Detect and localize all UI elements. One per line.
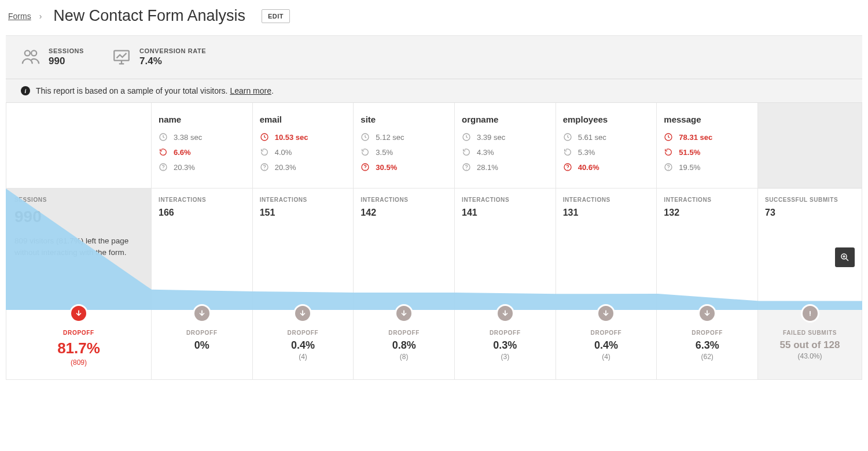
chevron-right-icon: ›: [39, 12, 42, 21]
field-name: employees: [563, 114, 650, 124]
interactions-value: 131: [563, 208, 650, 218]
arrow-down-icon: [395, 304, 413, 323]
notice-bar: i This report is based on a sample of yo…: [6, 79, 862, 102]
clock-icon: [159, 132, 168, 142]
failed-main: 55 out of 128: [763, 339, 857, 351]
submits-value: 73: [765, 208, 855, 218]
alert-icon: [801, 304, 819, 323]
dropoff-pct: 0.8%: [358, 339, 450, 352]
help-icon: [361, 162, 370, 172]
interactions-value: 166: [159, 208, 245, 218]
header-end-cell: [758, 103, 862, 188]
failed-sub: (43.0%): [763, 352, 857, 360]
svg-point-11: [365, 169, 366, 169]
dropoff-cell-employees: DROPOFF0.4%(4): [556, 310, 657, 380]
interactions-label: INTERACTIONS: [159, 197, 245, 203]
arrow-down-icon: [293, 304, 312, 323]
session-dropoff-pct: 81.7%: [11, 339, 146, 357]
session-dropoff-cell: DROPOFF 81.7% (809): [6, 310, 152, 380]
svg-line-22: [846, 258, 848, 261]
dropoff-cell-message: DROPOFF6.3%(62): [657, 310, 758, 380]
interactions-cell-site: INTERACTIONS142: [354, 188, 455, 310]
dropoff-label: DROPOFF: [258, 330, 349, 336]
arrow-down-icon: [193, 304, 211, 323]
help-icon: [563, 162, 572, 172]
field-name: name: [159, 114, 245, 124]
field-name: email: [260, 114, 347, 124]
interactions-cell-orgname: INTERACTIONS141: [455, 188, 556, 310]
failed-label: FAILED SUBMITS: [763, 330, 857, 336]
help-value: 40.6%: [578, 163, 599, 172]
submits-cell: SUCCESSFUL SUBMITS 73: [758, 188, 862, 310]
sessions-cell-value: 990: [14, 208, 143, 226]
interactions-label: INTERACTIONS: [563, 197, 650, 203]
sessions-icon: [21, 47, 41, 67]
dropoff-label: DROPOFF: [459, 330, 551, 336]
clock-icon: [563, 132, 572, 142]
redo-icon: [159, 147, 168, 157]
redo-value: 3.5%: [376, 148, 393, 157]
redo-icon: [563, 147, 572, 157]
time-value: 10.53 sec: [275, 133, 308, 142]
failed-submits-cell: FAILED SUBMITS 55 out of 128 (43.0%): [758, 310, 862, 380]
interactions-value: 132: [664, 208, 751, 218]
edit-button[interactable]: EDIT: [262, 9, 290, 23]
dropoff-label: DROPOFF: [561, 330, 652, 336]
conversion-icon: [112, 47, 131, 67]
dropoff-pct: 0%: [156, 339, 248, 352]
interactions-cell-name: INTERACTIONS166: [152, 188, 253, 310]
field-header-site: site5.12 sec3.5%30.5%: [354, 103, 455, 188]
time-value: 5.61 sec: [578, 133, 606, 142]
redo-icon: [664, 147, 673, 157]
sessions-value: 990: [49, 56, 84, 67]
field-header-message: message78.31 sec51.5%19.5%: [657, 103, 758, 188]
arrow-down-icon: [69, 304, 88, 323]
help-icon: [260, 162, 269, 172]
time-value: 5.12 sec: [376, 133, 404, 142]
field-name: orgname: [462, 114, 549, 124]
interactions-value: 151: [260, 208, 347, 218]
help-icon: [159, 162, 168, 172]
arrow-down-icon: [597, 304, 615, 323]
dropoff-cell-site: DROPOFF0.8%(8): [354, 310, 455, 380]
field-header-orgname: orgname3.39 sec4.3%28.1%: [455, 103, 556, 188]
interactions-cell-message: INTERACTIONS132: [657, 188, 758, 310]
header-empty-cell: [6, 103, 152, 188]
submits-label: SUCCESSFUL SUBMITS: [765, 197, 855, 203]
field-name: site: [361, 114, 447, 124]
conversion-label: CONVERSION RATE: [139, 47, 206, 54]
learn-more-link[interactable]: Learn more: [230, 86, 271, 95]
help-value: 20.3%: [174, 163, 195, 172]
arrow-down-icon: [496, 304, 514, 323]
dropoff-pct: 6.3%: [661, 339, 753, 352]
interactions-value: 141: [462, 208, 549, 218]
dropoff-count: (4): [561, 353, 652, 361]
svg-point-20: [668, 169, 669, 169]
dropoff-count: (3): [459, 353, 551, 361]
clock-icon: [664, 132, 673, 142]
field-header-employees: employees5.61 sec5.3%40.6%: [556, 103, 657, 188]
dropoff-count: (4): [258, 353, 349, 361]
svg-point-17: [567, 169, 568, 169]
dropoff-count: (62): [661, 353, 753, 361]
interactions-label: INTERACTIONS: [361, 197, 447, 203]
svg-point-14: [466, 169, 466, 169]
dropoff-pct: 0.4%: [258, 339, 349, 352]
conversion-value: 7.4%: [139, 56, 206, 67]
breadcrumb-forms[interactable]: Forms: [8, 12, 31, 21]
clock-icon: [260, 132, 269, 142]
field-header-name: name3.38 sec6.6%20.3%: [152, 103, 253, 188]
dropoff-count: (8): [358, 353, 450, 361]
zoom-button[interactable]: [835, 247, 855, 267]
interactions-value: 142: [361, 208, 447, 218]
stats-bar: SESSIONS 990 CONVERSION RATE 7.4%: [6, 35, 862, 79]
time-value: 3.38 sec: [174, 133, 202, 142]
help-value: 20.3%: [275, 163, 296, 172]
svg-point-8: [264, 169, 264, 169]
redo-icon: [361, 147, 370, 157]
interactions-cell-employees: INTERACTIONS131: [556, 188, 657, 310]
time-value: 3.39 sec: [477, 133, 505, 142]
help-value: 19.5%: [679, 163, 700, 172]
sessions-cell-label: SESSIONS: [14, 197, 143, 203]
sessions-label: SESSIONS: [49, 47, 84, 54]
